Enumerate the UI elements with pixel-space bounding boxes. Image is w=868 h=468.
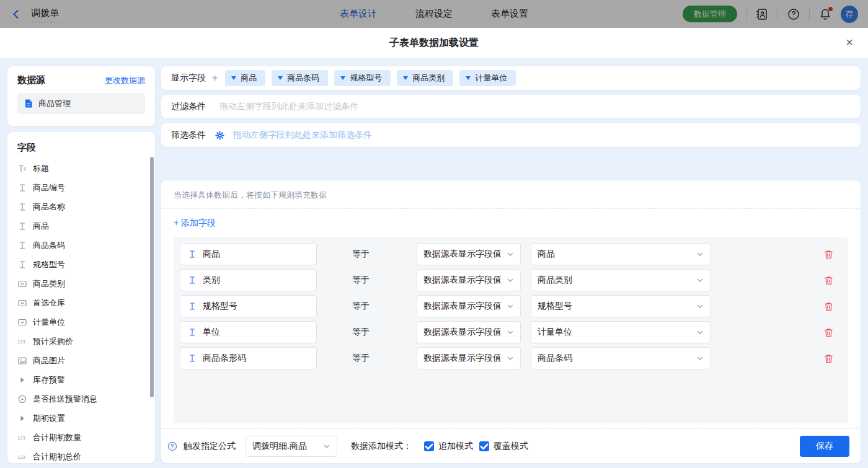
help-circle-icon[interactable]: [167, 441, 177, 451]
source-type-select[interactable]: 数据源表显示字段值: [417, 295, 521, 317]
source-type-select[interactable]: 数据源表显示字段值: [417, 243, 521, 265]
source-type-select[interactable]: 数据源表显示字段值: [417, 321, 521, 343]
checkbox-checked[interactable]: [479, 441, 489, 451]
selected-datasource-item[interactable]: 商品管理: [17, 93, 145, 114]
screen-condition-card[interactable]: 筛选条件 拖动左侧字段到此处来添加筛选条件: [161, 123, 861, 147]
field-list-item[interactable]: 规格型号: [17, 255, 150, 274]
help-icon[interactable]: [787, 7, 800, 21]
scrollbar-thumb[interactable]: [150, 157, 154, 397]
field-list-item[interactable]: 123预计采购价: [17, 332, 150, 351]
checkbox-checked[interactable]: [424, 441, 434, 451]
add-field-button[interactable]: + 添加字段: [161, 209, 228, 237]
tab-表单设置[interactable]: 表单设置: [491, 8, 528, 20]
source-type-select[interactable]: 数据源表显示字段值: [417, 269, 521, 291]
title-icon: [17, 164, 27, 174]
screen-condition-placeholder: 拖动左侧字段到此处来添加筛选条件: [233, 130, 372, 141]
field-list-item[interactable]: 库存预警: [17, 370, 150, 389]
change-datasource-link[interactable]: 更改数据源: [105, 75, 145, 86]
field-list-item[interactable]: 商品条码: [17, 236, 150, 255]
filter-condition-card[interactable]: 过滤条件 拖动左侧字段到此处来添加过滤条件: [161, 95, 861, 118]
field-list-item[interactable]: 首选仓库: [17, 293, 150, 312]
rule-target-field[interactable]: 单位: [180, 321, 317, 343]
field-list-item[interactable]: 标题: [17, 159, 150, 178]
data-manage-button[interactable]: 数据管理: [683, 6, 737, 22]
rule-row: 单位等于数据源表显示字段值计量单位: [180, 321, 842, 343]
field-list-item[interactable]: 123合计期初数量: [17, 428, 150, 447]
tab-表单设计[interactable]: 表单设计: [340, 8, 377, 20]
number-icon: 123: [17, 452, 27, 462]
equals-label: 等于: [352, 327, 371, 338]
gear-icon[interactable]: [215, 131, 224, 140]
chevron-down-icon: [507, 250, 514, 258]
fill-rules-card: 当选择具体数据后，将按如下规则填充数据 + 添加字段 商品等于数据源表显示字段值…: [161, 180, 861, 463]
display-field-chip[interactable]: 计量单位: [459, 70, 516, 86]
source-field-select[interactable]: 商品: [531, 243, 711, 265]
source-type-select[interactable]: 数据源表显示字段值: [417, 347, 521, 369]
notification-dot: [828, 7, 833, 11]
rule-target-field[interactable]: 商品: [180, 243, 317, 265]
equals-label: 等于: [352, 249, 371, 260]
close-icon[interactable]: ×: [846, 36, 853, 48]
field-label: 计量单位: [33, 317, 65, 328]
caret-down-icon: [340, 76, 345, 80]
contacts-book-icon[interactable]: [755, 7, 769, 21]
document-icon: [24, 99, 33, 108]
field-list-item[interactable]: 商品编号: [17, 178, 150, 197]
source-field-select[interactable]: 规格型号: [531, 295, 711, 317]
trigger-field-select[interactable]: 调拨明细.商品: [246, 436, 337, 457]
select-value: 数据源表显示字段值: [423, 275, 502, 286]
display-field-chips: 商品商品条码规格型号商品类别计量单位: [225, 70, 516, 86]
trash-icon[interactable]: [823, 249, 834, 260]
data-add-mode-label: 数据添加模式：: [351, 441, 412, 452]
display-field-chip[interactable]: 商品条码: [272, 70, 328, 86]
field-list-item[interactable]: 商品名称: [17, 197, 150, 216]
source-field-select[interactable]: 商品类别: [531, 269, 711, 291]
text-icon: [187, 249, 197, 259]
field-label: 首选仓库: [33, 298, 65, 309]
caret-down-icon: [231, 76, 236, 80]
display-field-chip[interactable]: 商品: [225, 70, 265, 86]
field-label: 商品类别: [33, 278, 65, 289]
equals-label: 等于: [352, 353, 371, 364]
rule-target-field[interactable]: 商品条形码: [180, 347, 317, 369]
trash-icon[interactable]: [823, 301, 834, 312]
image-icon: [17, 356, 27, 366]
source-field-select[interactable]: 商品条码: [531, 347, 711, 369]
add-display-field-button[interactable]: +: [212, 73, 218, 84]
trash-icon[interactable]: [823, 275, 834, 286]
text-icon: [17, 202, 27, 212]
number-icon: 123: [17, 433, 27, 443]
rule-target-field[interactable]: 规格型号: [180, 295, 317, 317]
field-list-item[interactable]: 商品图片: [17, 351, 150, 370]
field-list: 标题商品编号商品名称商品商品条码规格型号商品类别首选仓库计量单位123预计采购价…: [7, 157, 155, 463]
field-list-item[interactable]: 是否推送预警消息: [17, 389, 150, 408]
datasource-header: 数据源: [17, 74, 45, 86]
notification-bell-icon[interactable]: [818, 7, 832, 21]
display-field-chip[interactable]: 商品类别: [397, 70, 453, 86]
chevron-down-icon: [696, 250, 704, 258]
rule-target-label: 单位: [203, 327, 220, 338]
display-field-chip[interactable]: 规格型号: [334, 70, 391, 86]
rule-target-field[interactable]: 类别: [180, 269, 317, 291]
avatar[interactable]: 存: [841, 6, 858, 23]
filter-condition-label: 过滤条件: [171, 101, 206, 112]
field-label: 标题: [33, 163, 49, 174]
chip-label: 商品类别: [412, 73, 445, 84]
chevron-down-icon: [696, 276, 704, 284]
save-button[interactable]: 保存: [800, 436, 849, 457]
field-list-item[interactable]: 期初设置: [17, 408, 150, 428]
tab-流程设定[interactable]: 流程设定: [415, 8, 453, 20]
field-list-item[interactable]: 商品: [17, 216, 150, 236]
trash-icon[interactable]: [823, 327, 834, 338]
select-value: 数据源表显示字段值: [423, 249, 502, 260]
display-fields-card: 显示字段 + 商品商品条码规格型号商品类别计量单位: [161, 66, 861, 90]
field-list-item[interactable]: 计量单位: [17, 312, 150, 332]
field-list-item[interactable]: 123合计期初总价: [17, 447, 150, 463]
trash-icon[interactable]: [823, 353, 834, 364]
source-field-select[interactable]: 计量单位: [531, 321, 711, 343]
form-name-title[interactable]: 调拨单: [29, 6, 61, 22]
text-icon: [17, 241, 27, 250]
back-chevron-icon[interactable]: [10, 8, 22, 20]
field-list-item[interactable]: 商品类别: [17, 274, 150, 293]
chevron-down-icon: [507, 329, 514, 336]
